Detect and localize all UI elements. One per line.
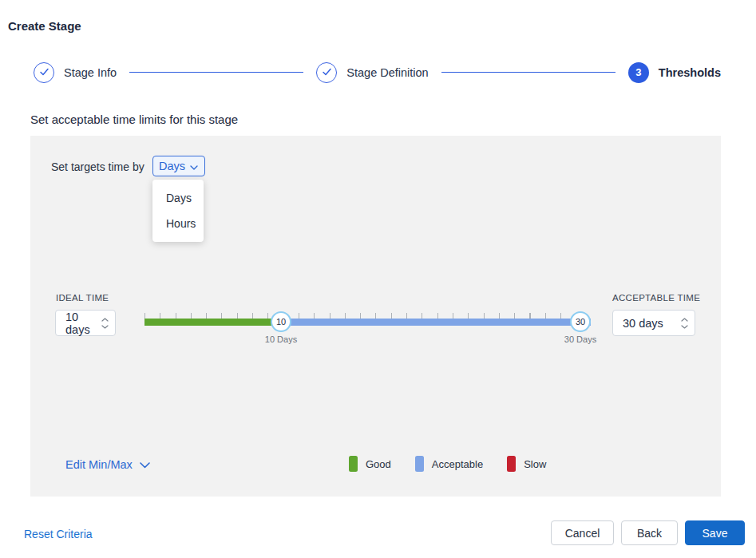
stepper-connector	[129, 72, 303, 73]
ideal-time-stepper[interactable]	[101, 318, 109, 329]
step-number: 3	[635, 66, 641, 78]
chevron-down-icon	[101, 325, 109, 329]
step-thresholds[interactable]: 3 Thresholds	[628, 62, 721, 83]
ideal-time-label: IDEAL TIME	[56, 293, 109, 303]
stepper-connector	[441, 72, 615, 73]
handle-value: 10	[276, 317, 286, 326]
reset-criteria-link[interactable]: Reset Criteria	[24, 528, 93, 540]
edit-minmax-label: Edit Min/Max	[65, 458, 133, 471]
acceptable-time-input[interactable]: 30 days	[612, 310, 695, 336]
step-label: Stage Definition	[346, 66, 428, 79]
step-complete-circle	[316, 62, 337, 83]
legend-label: Slow	[524, 458, 546, 470]
check-icon	[322, 65, 332, 80]
slider-segment-good	[144, 319, 281, 326]
create-stage-modal: Create Stage Stage Info Stage Definition…	[0, 0, 756, 558]
acceptable-time-label: ACCEPTABLE TIME	[612, 293, 700, 303]
step-stage-definition[interactable]: Stage Definition	[316, 62, 428, 83]
step-label: Thresholds	[659, 66, 721, 79]
slider-handle-max[interactable]: 30	[570, 311, 591, 332]
legend-item-good: Good	[349, 456, 391, 472]
legend-label: Good	[366, 458, 391, 470]
acceptable-time-stepper[interactable]	[681, 318, 688, 329]
menu-item-days[interactable]: Days	[152, 185, 204, 211]
check-icon	[39, 65, 49, 80]
slider-caption-max: 30 Days	[548, 334, 612, 344]
thresholds-panel: Set targets time by Days Days Hours IDEA…	[30, 136, 721, 497]
page-title: Create Stage	[8, 19, 81, 33]
acceptable-time-value: 30 days	[623, 317, 663, 330]
slider-legend: Good Acceptable Slow	[349, 456, 570, 472]
footer-buttons: Cancel Back Save	[551, 520, 745, 545]
chevron-up-icon	[101, 318, 109, 322]
slider-segment-acceptable	[281, 319, 591, 326]
targets-time-menu: Days Hours	[152, 180, 204, 242]
legend-label: Acceptable	[432, 458, 483, 470]
chevron-down-icon	[190, 160, 198, 172]
step-label: Stage Info	[64, 66, 117, 79]
selected-option: Days	[159, 160, 185, 172]
save-button[interactable]: Save	[685, 520, 745, 545]
good-swatch	[349, 456, 358, 472]
edit-minmax-link[interactable]: Edit Min/Max	[65, 458, 150, 471]
targets-time-dropdown[interactable]: Days	[152, 156, 205, 176]
slow-swatch	[507, 456, 516, 472]
menu-item-hours[interactable]: Hours	[152, 211, 204, 236]
slider-handle-min[interactable]: 10	[271, 311, 291, 332]
back-button[interactable]: Back	[621, 520, 678, 545]
step-current-circle: 3	[628, 62, 649, 83]
step-stage-info[interactable]: Stage Info	[34, 62, 117, 83]
slider-caption-min: 10 Days	[249, 334, 313, 344]
ideal-time-input[interactable]: 10 days	[55, 310, 116, 336]
section-heading: Set acceptable time limits for this stag…	[30, 113, 238, 126]
chevron-up-icon	[681, 318, 688, 322]
stepper: Stage Info Stage Definition 3 Thresholds	[34, 61, 721, 83]
step-complete-circle	[34, 62, 54, 83]
chevron-down-icon	[140, 458, 150, 471]
handle-value: 30	[576, 317, 585, 326]
ideal-time-value: 10 days	[65, 311, 101, 336]
legend-item-acceptable: Acceptable	[415, 456, 483, 472]
cancel-button[interactable]: Cancel	[551, 520, 614, 545]
chevron-down-icon	[681, 325, 688, 329]
legend-item-slow: Slow	[507, 456, 546, 472]
targets-time-label: Set targets time by	[51, 160, 144, 173]
acceptable-swatch	[415, 456, 424, 472]
